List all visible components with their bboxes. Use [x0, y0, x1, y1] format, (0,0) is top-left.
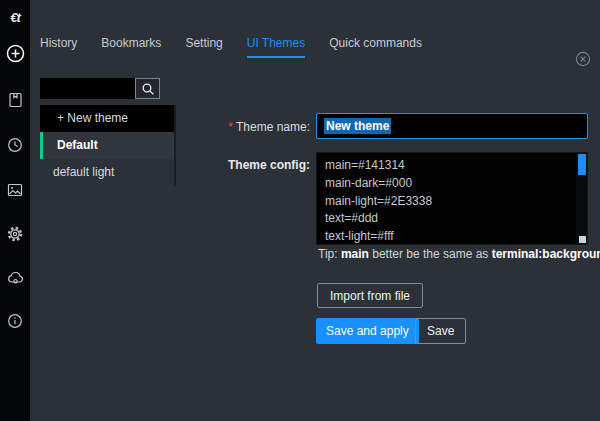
- search-icon: [141, 82, 155, 96]
- config-line: text=#ddd: [325, 210, 587, 228]
- config-scrollbar-track[interactable]: [576, 153, 587, 244]
- config-line: main-dark=#000: [325, 175, 587, 193]
- settings-gear-icon[interactable]: [0, 224, 30, 244]
- settings-panel: History Bookmarks Setting UI Themes Quic…: [30, 0, 600, 421]
- list-item-default[interactable]: Default: [40, 132, 176, 159]
- required-asterisk: *: [228, 120, 233, 134]
- config-tip: Tip: main better be the same as terminal…: [318, 247, 600, 261]
- tab-history[interactable]: History: [40, 36, 77, 58]
- tab-quick-commands[interactable]: Quick commands: [329, 36, 422, 58]
- theme-search-input[interactable]: [40, 78, 135, 99]
- theme-list: + New theme Default default light: [40, 105, 176, 186]
- theme-list-scrollbar[interactable]: [174, 105, 176, 186]
- config-line: main=#141314: [325, 157, 587, 175]
- theme-name-value: New theme: [324, 118, 391, 134]
- add-circle-icon[interactable]: [0, 43, 30, 63]
- theme-config-textarea[interactable]: main=#141314 main-dark=#000 main-light=#…: [316, 152, 588, 245]
- theme-name-label: *Theme name:: [180, 120, 310, 134]
- theme-search: [40, 78, 160, 99]
- picture-icon[interactable]: [0, 180, 30, 200]
- history-icon[interactable]: [0, 135, 30, 155]
- theme-config-label: Theme config:: [180, 158, 310, 172]
- search-button[interactable]: [135, 78, 160, 99]
- textarea-resize-grip[interactable]: [579, 236, 586, 243]
- theme-config-content: main=#141314 main-dark=#000 main-light=#…: [317, 153, 587, 245]
- save-and-apply-button[interactable]: Save and apply: [316, 318, 419, 344]
- config-line: text-light=#fff: [325, 228, 587, 245]
- sidebar: €t: [0, 0, 30, 421]
- cloud-sync-icon[interactable]: [0, 268, 30, 288]
- save-button[interactable]: Save: [415, 318, 466, 344]
- config-line: main-light=#2E3338: [325, 193, 587, 211]
- settings-window: { "colors": { "accent": "#1890ff", "sele…: [0, 0, 600, 421]
- close-icon[interactable]: [575, 51, 591, 67]
- list-item-default-light[interactable]: default light: [40, 159, 176, 186]
- settings-tabs: History Bookmarks Setting UI Themes Quic…: [40, 36, 422, 58]
- tab-ui-themes[interactable]: UI Themes: [247, 36, 305, 58]
- tab-bookmarks[interactable]: Bookmarks: [101, 36, 161, 58]
- theme-name-input[interactable]: New theme: [316, 113, 588, 139]
- config-scrollbar-thumb[interactable]: [578, 154, 586, 175]
- tab-setting[interactable]: Setting: [185, 36, 222, 58]
- info-icon[interactable]: [0, 311, 30, 331]
- list-item-new-theme[interactable]: + New theme: [40, 105, 176, 132]
- bookmarks-icon[interactable]: [0, 90, 30, 110]
- import-from-file-button[interactable]: Import from file: [317, 283, 423, 308]
- app-logo: €t: [0, 7, 30, 27]
